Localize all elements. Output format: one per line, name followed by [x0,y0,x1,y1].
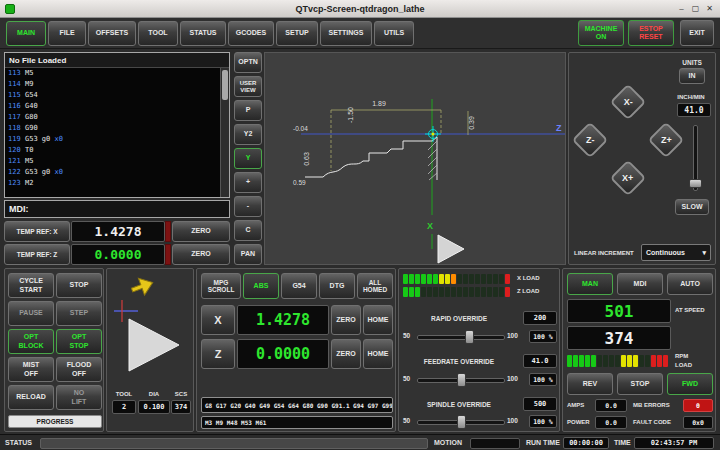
home-x-axis-button[interactable]: HOME [363,305,393,335]
jog-z-plus-button[interactable]: Z+ [648,122,685,159]
spindle-stop-button[interactable]: STOP [617,373,663,395]
mode-mdi-button[interactable]: MDI [617,273,663,295]
mpg-scroll-button[interactable]: MPG SCROLL [201,273,241,299]
x-homed-indicator [165,221,171,242]
opt-stop-button[interactable]: OPT STOP [56,329,102,354]
tab-file[interactable]: FILE [48,21,86,46]
flood-button[interactable]: FLOOD OFF [56,357,102,382]
view-optn-button[interactable]: OPTN [234,52,262,73]
led-segment [499,274,504,284]
tab-gcodes[interactable]: GCODES [228,21,274,46]
status-label: STATUS [5,439,32,446]
cycle-start-button[interactable]: CYCLE START [8,273,54,298]
zero-x-button[interactable]: ZERO [172,221,230,242]
jog-x-plus-button[interactable]: X+ [610,160,647,197]
units-toggle-button[interactable]: IN [679,68,705,84]
gcode-line[interactable]: 123M2 [5,178,220,189]
zero-z-axis-button[interactable]: ZERO [331,339,361,369]
gcode-line[interactable]: 118G90 [5,123,220,134]
dtg-button[interactable]: DTG [319,273,355,299]
spindle-rev-button[interactable]: REV [567,373,613,395]
led-segment [433,287,438,297]
gcode-line[interactable]: 114M9 [5,79,220,90]
zero-x-axis-button[interactable]: ZERO [331,305,361,335]
dim-right-dia-label: 0.39 [468,116,475,130]
gcode-line[interactable]: 122G53 g0 x0 [5,167,220,178]
maximize-icon[interactable]: ▢ [689,2,702,15]
axis-x-button[interactable]: X [201,305,235,335]
mist-button[interactable]: MIST OFF [8,357,54,382]
jog-panel: UNITS IN X- Z- Z+ X+ INCH/MIN 41.0 SLOW … [568,52,716,265]
tab-utils[interactable]: UTILS [374,21,414,46]
rpm-label: RPM [675,353,688,359]
led-segment [415,287,420,297]
g54-button[interactable]: G54 [281,273,317,299]
led-segment [421,274,426,284]
progress-bar: PROGRESS [8,415,102,428]
linear-increment-select[interactable]: Continuous ▾ [641,244,711,261]
step-button[interactable]: STEP [56,301,102,326]
view-y2-button[interactable]: Y2 [234,124,262,145]
minimize-icon[interactable]: – [675,2,688,15]
gcode-file-viewer[interactable]: No File Loaded 113M5114M9115G54116G40117… [4,52,230,198]
close-icon[interactable]: ✕ [703,2,716,15]
gcode-scrollbar[interactable] [220,68,229,197]
temp-ref-z-label: TEMP REF: Z [4,244,70,265]
tab-settings[interactable]: SETTINGS [320,21,372,46]
tab-offsets[interactable]: OFFSETS [88,21,136,46]
no-lift-button[interactable]: NO LIFT [56,385,102,410]
dro-z-value: 0.0000 [237,339,329,369]
pause-button[interactable]: PAUSE [8,301,54,326]
mode-auto-button[interactable]: AUTO [667,273,713,295]
mdi-entry[interactable]: MDI: [4,200,230,218]
jog-rate-slider-handle[interactable] [689,179,702,188]
gcode-line[interactable]: 121M5 [5,156,220,167]
axis-z-button[interactable]: Z [201,339,235,369]
gcode-line[interactable]: 120T0 [5,145,220,156]
exit-button[interactable]: EXIT [680,20,714,46]
feedrate-max-label: 100 [507,375,518,382]
view-pan-button[interactable]: PAN [234,244,262,265]
jog-x-minus-button[interactable]: X- [610,84,647,121]
gcode-line[interactable]: 119G53 g0 x0 [5,134,220,145]
jog-z-minus-button[interactable]: Z- [572,122,609,159]
gcode-line[interactable]: 113M5 [5,68,220,79]
chevron-down-icon: ▾ [702,249,706,257]
gcode-line[interactable]: 117G80 [5,112,220,123]
tab-tool[interactable]: TOOL [138,21,178,46]
tab-setup[interactable]: SETUP [276,21,318,46]
view-y-button[interactable]: Y [234,148,262,169]
feedrate-override-slider-handle[interactable] [457,373,466,387]
slow-button[interactable]: SLOW [675,199,709,215]
rapid-override-slider[interactable] [417,335,505,340]
view-c-button[interactable]: C [234,220,262,241]
opt-block-button[interactable]: OPT BLOCK [8,329,54,354]
tab-status[interactable]: STATUS [180,21,226,46]
spindle-override-slider-handle[interactable] [457,415,466,429]
all-homed-button[interactable]: ALL HOMED [357,273,393,299]
home-z-axis-button[interactable]: HOME [363,339,393,369]
gcode-line[interactable]: 116G40 [5,101,220,112]
gcode-line[interactable]: 115G54 [5,90,220,101]
rapid-override-slider-handle[interactable] [465,330,474,344]
gremlin-preview[interactable]: Z X 1.89 -1.50 0.39 [264,52,566,265]
spindle-fwd-button[interactable]: FWD [667,373,713,395]
led-segment [615,355,620,367]
view-p-button[interactable]: P [234,100,262,121]
led-segment [427,274,432,284]
zoom-out-button[interactable]: - [234,196,262,217]
zoom-in-button[interactable]: + [234,172,262,193]
abs-button[interactable]: ABS [243,273,279,299]
tab-main[interactable]: MAIN [6,21,46,46]
gcode-scrollbar-thumb[interactable] [222,70,228,100]
tool-display-panel: TOOL DIA SCS 2 0.100 374 [106,268,194,432]
view-user-view-button[interactable]: USER VIEW [234,76,262,97]
mode-man-button[interactable]: MAN [567,273,613,295]
reload-button[interactable]: RELOAD [8,385,54,410]
estop-reset-button[interactable]: ESTOP RESET [628,20,674,46]
machine-on-button[interactable]: MACHINE ON [578,20,624,46]
rapid-override-pct: 100 % [529,330,557,343]
led-segment [505,274,510,284]
zero-z-button[interactable]: ZERO [172,244,230,265]
stop-button[interactable]: STOP [56,273,102,298]
